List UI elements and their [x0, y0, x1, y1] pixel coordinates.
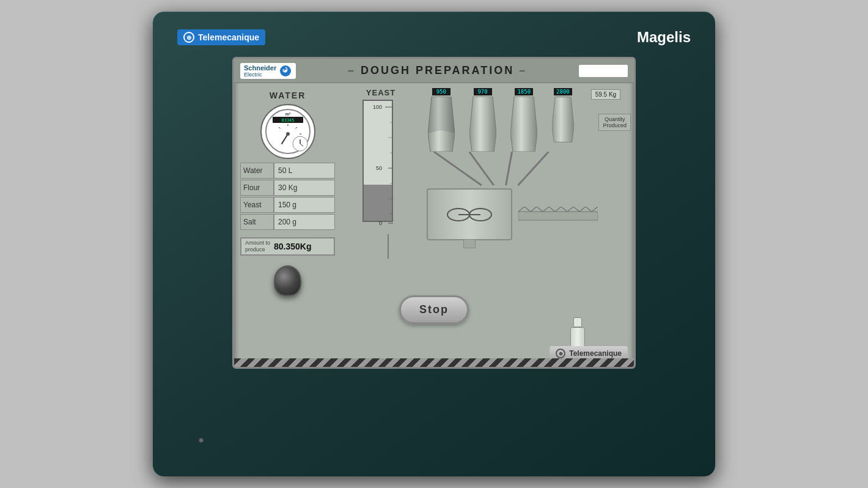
schneider-name: Schneider [244, 64, 276, 72]
yeast-gauge-svg: 100 50 0 [364, 101, 394, 229]
model-label: Magelis [637, 29, 691, 46]
quantity-value: 59.5 Kg [591, 89, 620, 100]
left-panel: WATER m³ 03345 [234, 83, 341, 367]
ingredient-salt-value: 200 g [274, 214, 335, 230]
amount-value: 80.350Kg [274, 242, 311, 251]
silos-section: 950 [421, 83, 634, 152]
ingredient-yeast-row: Yeast 150 g [240, 197, 335, 213]
bottle-neck [573, 317, 582, 327]
title-suffix: – [519, 64, 527, 76]
center-panel: YEAST 100 50 [341, 83, 421, 367]
schneider-logo: Schneider Electric [240, 63, 296, 79]
electric-text: Electric [244, 72, 276, 78]
hmi-screen: Schneider Electric – DOUGH PREPARATION – [232, 57, 636, 369]
hazard-stripes [234, 358, 634, 367]
brand-badge: ⊕ Telemecanique [177, 29, 265, 45]
stop-button[interactable]: Stop [399, 295, 469, 324]
silo-4-label: 2800 [554, 88, 572, 95]
device-panel: ⊕ Telemecanique Magelis Schneider Electr… [153, 12, 715, 476]
svg-line-33 [434, 152, 482, 185]
title-prefix: – [348, 64, 361, 76]
title-text: DOUGH PREPARATION [361, 64, 514, 76]
svg-line-35 [506, 152, 512, 185]
ingredient-salt-name: Salt [240, 214, 274, 230]
screen-title: – DOUGH PREPARATION – [296, 64, 579, 77]
svg-text:m³: m³ [285, 112, 290, 116]
svg-text:50: 50 [376, 165, 382, 171]
screen-header: Schneider Electric – DOUGH PREPARATION – [234, 59, 634, 83]
tele-badge-text: Telemecanique [569, 349, 622, 358]
silo-2: 970 [469, 88, 496, 152]
yeast-label: YEAST [366, 88, 395, 97]
quantity-label: QuantityProduced [598, 114, 631, 131]
water-section-label: WATER [270, 91, 306, 100]
control-knob[interactable] [274, 265, 301, 296]
silo-4: 2800 [552, 88, 574, 152]
ingredient-flour-row: Flour 30 Kg [240, 180, 335, 196]
silo-3-svg [510, 97, 537, 152]
svg-line-36 [518, 152, 549, 185]
conveyor-section [518, 207, 598, 225]
right-panel: 950 [421, 83, 634, 367]
ingredient-water-row: Water 50 L [240, 163, 335, 179]
water-gauge-svg: m³ 03345 [263, 107, 312, 156]
quantity-produced-section: QuantityProduced 59.5 Kg [591, 88, 620, 152]
svg-point-1 [284, 70, 287, 72]
ingredient-water-name: Water [240, 163, 274, 179]
silo-2-label: 970 [474, 88, 492, 95]
schneider-icon [279, 64, 292, 78]
led-indicator [199, 438, 204, 443]
mixer-outlet [463, 239, 476, 248]
water-gauge: m³ 03345 [260, 104, 315, 159]
mixer-tank [427, 188, 512, 240]
svg-marker-29 [428, 97, 455, 133]
mixer-blades-svg [445, 196, 494, 233]
conveyor-svg [518, 207, 598, 225]
svg-text:03345: 03345 [281, 118, 294, 123]
brand-icon: ⊕ [183, 32, 194, 43]
ingredient-yeast-name: Yeast [240, 197, 274, 213]
ingredient-flour-name: Flour [240, 180, 274, 196]
screen-title-right-block [579, 65, 628, 77]
svg-marker-31 [510, 97, 537, 152]
ingredient-flour-value: 30 Kg [274, 180, 335, 196]
flow-pipe [388, 234, 389, 259]
device-header: ⊕ Telemecanique Magelis [165, 24, 703, 51]
tele-badge-icon: ⊕ [556, 349, 565, 358]
yeast-gauge-container: 100 50 0 [362, 100, 399, 228]
svg-rect-40 [518, 212, 598, 220]
svg-marker-30 [469, 97, 496, 152]
amount-label: Amount toproduce [245, 240, 270, 253]
silo-1-svg [428, 97, 455, 152]
svg-text:100: 100 [373, 104, 382, 110]
ingredients-table: Water 50 L Flour 30 Kg Yeast 150 g Salt … [240, 163, 335, 231]
mixer-row [421, 188, 634, 240]
silo-3: 1850 [510, 88, 537, 152]
silo-2-svg [469, 97, 496, 152]
ingredient-water-value: 50 L [274, 163, 335, 179]
silo-1: 950 [428, 88, 455, 152]
amount-to-produce-row: Amount toproduce 80.350Kg [240, 237, 335, 256]
svg-point-12 [286, 132, 290, 136]
silo-3-label: 1850 [515, 88, 533, 95]
schneider-text: Schneider Electric [244, 64, 276, 78]
silo-1-label: 950 [432, 88, 451, 95]
svg-marker-32 [552, 97, 574, 142]
yeast-vertical-gauge: 100 50 0 [362, 100, 393, 222]
ingredient-yeast-value: 150 g [274, 197, 335, 213]
screen-body: WATER m³ 03345 [234, 83, 634, 367]
pipe-connections [421, 152, 634, 188]
silo-4-svg [552, 97, 574, 142]
ingredient-salt-row: Salt 200 g [240, 214, 335, 230]
brand-label: Telemecanique [198, 32, 259, 42]
svg-text:0: 0 [379, 220, 382, 226]
